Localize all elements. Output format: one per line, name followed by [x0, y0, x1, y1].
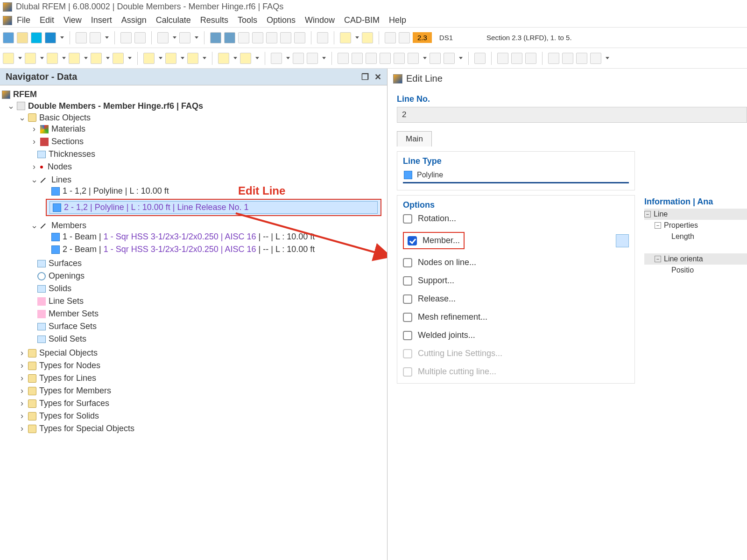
- option-rotation[interactable]: Rotation...: [403, 214, 629, 224]
- open-button[interactable]: [17, 32, 28, 43]
- section-combo[interactable]: Section 2.3 (LRFD), 1. to 5.: [482, 32, 577, 43]
- expand-icon[interactable]: ›: [19, 348, 25, 358]
- star-line-button[interactable]: [25, 53, 36, 64]
- tree-nodes[interactable]: Nodes: [48, 162, 72, 172]
- toolbar-button[interactable]: [294, 32, 305, 43]
- option-support[interactable]: Support...: [403, 276, 629, 286]
- dropdown[interactable]: [104, 36, 109, 39]
- toolbar-button[interactable]: [511, 53, 522, 64]
- tree-line-1[interactable]: 1 - 1,2 | Polyline | L : 10.00 ft: [63, 186, 169, 196]
- pick-button[interactable]: [362, 32, 373, 43]
- star-button[interactable]: [165, 53, 176, 64]
- restore-icon[interactable]: ❐: [361, 72, 369, 82]
- tree-surface-sets[interactable]: Surface Sets: [49, 322, 97, 331]
- collapse-icon[interactable]: −: [655, 222, 661, 229]
- expand-icon[interactable]: ›: [19, 386, 25, 396]
- option-mesh-refinement[interactable]: Mesh refinement...: [403, 312, 629, 322]
- tree-lines[interactable]: Lines: [51, 175, 71, 185]
- toolbar-button[interactable]: [394, 53, 405, 64]
- star-button[interactable]: [240, 53, 251, 64]
- toolbar-button[interactable]: [548, 53, 559, 64]
- tree-types-special[interactable]: Types for Special Objects: [39, 424, 134, 434]
- star-member-button[interactable]: [47, 53, 58, 64]
- tree-surfaces[interactable]: Surfaces: [49, 259, 82, 268]
- expand-icon[interactable]: ›: [31, 137, 37, 147]
- dropdown[interactable]: [354, 36, 359, 39]
- toolbar-button[interactable]: [293, 53, 304, 64]
- menu-tools[interactable]: Tools: [238, 15, 257, 25]
- tab-main[interactable]: Main: [397, 131, 432, 147]
- expand-icon[interactable]: ⌄: [7, 101, 14, 111]
- tree-basic-objects[interactable]: Basic Objects: [39, 113, 91, 123]
- block-button[interactable]: [45, 32, 56, 43]
- tree-members[interactable]: Members: [51, 221, 86, 231]
- star-button[interactable]: [187, 53, 198, 64]
- doc-button[interactable]: [120, 32, 132, 43]
- expand-icon[interactable]: ›: [31, 124, 37, 134]
- option-release[interactable]: Release...: [403, 294, 629, 304]
- tree-types-surfaces[interactable]: Types for Surfaces: [39, 399, 109, 408]
- tree-solid-sets[interactable]: Solid Sets: [49, 334, 86, 344]
- toolbar-button[interactable]: [366, 53, 377, 64]
- star-solid-button[interactable]: [91, 53, 102, 64]
- menu-calculate[interactable]: Calculate: [156, 15, 191, 25]
- tree-solids[interactable]: Solids: [49, 284, 71, 294]
- menu-cad-bim[interactable]: CAD-BIM: [344, 15, 380, 25]
- tree-types-solids[interactable]: Types for Solids: [39, 411, 99, 421]
- option-nodes-on-line[interactable]: Nodes on line...: [403, 258, 629, 267]
- toolbar-button[interactable]: [497, 53, 508, 64]
- toolbar-button[interactable]: [562, 53, 573, 64]
- expand-icon[interactable]: ›: [19, 361, 25, 371]
- expand-icon[interactable]: ›: [31, 162, 37, 172]
- toolbar-button[interactable]: [444, 53, 455, 64]
- collapse-icon[interactable]: −: [655, 256, 661, 262]
- star-surface-button[interactable]: [69, 53, 80, 64]
- option-welded-joints[interactable]: Welded joints...: [403, 330, 629, 340]
- filter-button[interactable]: [474, 53, 486, 64]
- menu-view[interactable]: View: [63, 15, 82, 25]
- collapse-icon[interactable]: −: [644, 211, 651, 217]
- sc-button[interactable]: [280, 32, 291, 43]
- dropdown[interactable]: [59, 36, 64, 39]
- expand-icon[interactable]: ⌄: [19, 112, 25, 123]
- navigator-tree[interactable]: RFEM ⌄Double Members - Member Hinge.rf6 …: [0, 85, 387, 560]
- expand-icon[interactable]: ›: [19, 411, 25, 421]
- doc-button[interactable]: [134, 32, 146, 43]
- tree-member-1[interactable]: 1 - Beam | 1 - Sqr HSS 3-1/2x3-1/2x0.250…: [63, 232, 315, 242]
- toolbar-button[interactable]: [430, 53, 441, 64]
- undo-button[interactable]: [157, 32, 169, 43]
- menu-results[interactable]: Results: [200, 15, 228, 25]
- star-node-button[interactable]: [3, 53, 14, 64]
- toolbar-button[interactable]: [385, 32, 396, 43]
- star-button[interactable]: [143, 53, 155, 64]
- tree-special-objects[interactable]: Special Objects: [39, 348, 98, 358]
- save-button[interactable]: [76, 32, 87, 43]
- expand-icon[interactable]: ›: [19, 424, 25, 434]
- tree-types-members[interactable]: Types for Members: [39, 386, 111, 396]
- panel-button[interactable]: [224, 32, 235, 43]
- panel-button[interactable]: [210, 32, 221, 43]
- tree-materials[interactable]: Materials: [51, 124, 85, 134]
- line-type-select[interactable]: Polyline: [403, 169, 629, 183]
- toolbar-button[interactable]: [590, 53, 601, 64]
- toolbar-button[interactable]: [352, 53, 363, 64]
- expand-icon[interactable]: ⌄: [31, 175, 37, 185]
- menu-insert[interactable]: Insert: [91, 15, 112, 25]
- toolbar-button[interactable]: [380, 53, 391, 64]
- tree-types-lines[interactable]: Types for Lines: [39, 373, 96, 383]
- toolbar-button[interactable]: [399, 32, 410, 43]
- toolbar-button[interactable]: [338, 53, 349, 64]
- star-opening-button[interactable]: [113, 53, 124, 64]
- tree-sections[interactable]: Sections: [51, 137, 84, 147]
- panel-button[interactable]: [238, 32, 249, 43]
- tree-root[interactable]: RFEM: [13, 90, 37, 99]
- line-no-input[interactable]: [397, 107, 747, 123]
- tree-line-sets[interactable]: Line Sets: [49, 296, 84, 306]
- support-button[interactable]: [317, 32, 328, 43]
- menu-edit[interactable]: Edit: [40, 15, 54, 25]
- combo-label[interactable]: DS1: [435, 32, 458, 43]
- menu-file[interactable]: File: [17, 15, 30, 25]
- expand-icon[interactable]: ›: [19, 399, 25, 408]
- toolbar-button[interactable]: [576, 53, 587, 64]
- redo-button[interactable]: [179, 32, 190, 43]
